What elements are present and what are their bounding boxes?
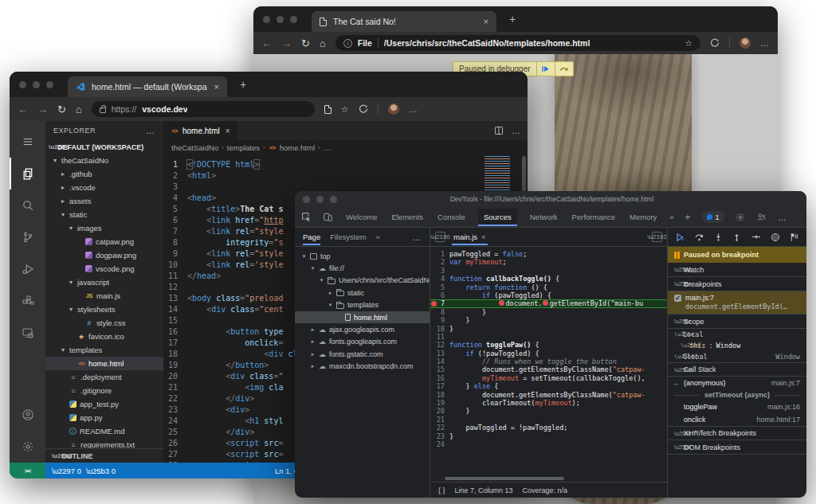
callstack-frame[interactable]: togglePawmain.js:16 bbox=[668, 400, 806, 413]
tree-item-templates[interactable]: ▾templates bbox=[45, 343, 163, 357]
tree-item-stylesheets[interactable]: ▾stylesheets bbox=[45, 303, 163, 316]
navigator-item-users-chris-src-thecatsaidno[interactable]: ▾Users/chris/src/theCatSaidNo bbox=[295, 275, 430, 287]
minimap[interactable] bbox=[483, 156, 520, 193]
line-number[interactable]: 22 bbox=[430, 424, 449, 432]
tree-item-javascript[interactable]: ▾javascript bbox=[45, 275, 163, 289]
xhr-breakpoints-section-header[interactable]: \u25b8XHR/fetch Breakpoints bbox=[668, 426, 806, 440]
line-number[interactable]: 8 bbox=[430, 308, 449, 316]
settings-gear-icon[interactable] bbox=[10, 431, 45, 463]
favorite-icon[interactable]: ☆ bbox=[341, 104, 349, 115]
devtools-tab-sources[interactable]: Sources bbox=[478, 209, 517, 225]
tree-item-catpaw-png[interactable]: catpaw.png bbox=[45, 235, 163, 248]
navigator-item-fonts-googleapis-com[interactable]: ▸☁fonts.googleapis.com bbox=[295, 336, 430, 348]
people-icon[interactable] bbox=[756, 213, 767, 222]
line-number[interactable]: 20 bbox=[430, 407, 449, 415]
tree-item--gitignore[interactable]: ≡.gitignore bbox=[45, 384, 163, 397]
line-number[interactable]: 5 bbox=[430, 283, 449, 291]
reload-icon[interactable]: ↻ bbox=[301, 37, 310, 49]
profile-avatar[interactable] bbox=[388, 104, 399, 115]
line-number[interactable]: 4 bbox=[430, 275, 449, 283]
navigator-tab-filesystem[interactable]: Filesystem bbox=[330, 229, 366, 244]
braces-icon[interactable]: { } bbox=[438, 486, 445, 494]
devtools-menu-icon[interactable]: … bbox=[778, 213, 787, 222]
breakpoint-checkbox[interactable]: ✓ bbox=[674, 295, 681, 302]
tree-item-requirements-txt[interactable]: ≡requirements.txt bbox=[45, 438, 163, 448]
address-bar[interactable]: https:// vscode.dev bbox=[92, 101, 315, 117]
callstack-frame[interactable]: onclickhome.html:17 bbox=[668, 413, 806, 426]
accounts-icon[interactable] bbox=[10, 399, 45, 431]
navigator-item-ajax-googleapis-com[interactable]: ▸☁ajax.googleapis.com bbox=[295, 323, 430, 335]
vscode-browser-tab[interactable]: home.html — default (Workspa × bbox=[68, 76, 227, 97]
home-icon[interactable]: ⌂ bbox=[320, 37, 326, 49]
search-icon[interactable] bbox=[10, 189, 45, 221]
more-tabs-icon[interactable]: » bbox=[669, 213, 673, 221]
explorer-actions-icon[interactable]: … bbox=[146, 126, 155, 135]
tree-item-home-html[interactable]: <>home.html bbox=[45, 357, 163, 370]
devtools-tab-network[interactable]: Network bbox=[528, 209, 559, 225]
collections-icon[interactable] bbox=[710, 38, 720, 48]
line-number[interactable]: 23 bbox=[430, 432, 449, 440]
scope-section-header[interactable]: \u25beScope bbox=[668, 315, 806, 329]
line-number[interactable]: 15 bbox=[430, 365, 449, 373]
source-code[interactable]: 1pawToggled = false;2var myTimeout;34fun… bbox=[430, 247, 667, 475]
line-number[interactable]: 7 bbox=[430, 299, 449, 307]
breadcrumb-item[interactable]: … bbox=[324, 143, 332, 152]
source-control-icon[interactable] bbox=[10, 221, 45, 253]
tab-close-icon[interactable]: × bbox=[214, 82, 219, 92]
devtools-tab-welcome[interactable]: Welcome bbox=[344, 209, 379, 225]
tree-item-assets[interactable]: ▸assets bbox=[45, 194, 163, 208]
tree-item-thecatsaidno[interactable]: ▾theCatSaidNo bbox=[45, 154, 163, 167]
new-tab-button[interactable]: + bbox=[240, 78, 246, 91]
devtools-settings-icon[interactable] bbox=[736, 213, 745, 222]
tree-item-style-css[interactable]: #style.css bbox=[45, 316, 163, 330]
tab-close-icon[interactable]: × bbox=[484, 17, 488, 26]
hide-navigator-icon[interactable]: \u2190 bbox=[435, 232, 445, 242]
callstack-frame[interactable]: →(anonymous)main.js:7 bbox=[668, 377, 806, 389]
favorite-icon[interactable]: ☆ bbox=[685, 38, 692, 49]
back-icon[interactable]: ← bbox=[18, 104, 28, 115]
breadcrumb-item[interactable]: theCatSaidNo bbox=[171, 143, 218, 152]
remote-indicator[interactable]: >< bbox=[10, 463, 45, 479]
breakpoint-dot-icon[interactable] bbox=[431, 301, 437, 307]
line-number[interactable]: 21 bbox=[430, 416, 449, 424]
navigator-item-static[interactable]: ▸static bbox=[295, 287, 430, 299]
breadcrumb-item[interactable]: templates bbox=[227, 143, 260, 152]
tree-item-main-js[interactable]: JSmain.js bbox=[45, 289, 163, 303]
tree-item-app-py[interactable]: app.py bbox=[45, 411, 163, 424]
line-number[interactable]: 10 bbox=[430, 325, 449, 333]
tree-item--deployment[interactable]: ≡.deployment bbox=[45, 370, 163, 384]
window-controls[interactable] bbox=[19, 81, 53, 88]
editor-scrollbar[interactable] bbox=[522, 156, 526, 191]
step-into-icon[interactable] bbox=[714, 232, 723, 242]
line-number[interactable]: 9 bbox=[430, 316, 449, 324]
tree-item--github[interactable]: ▸.github bbox=[45, 167, 163, 181]
navigator-item-maxcdn-bootstrapcdn-com[interactable]: ▸☁maxcdn.bootstrapcdn.com bbox=[295, 361, 430, 373]
pause-on-exceptions-icon[interactable] bbox=[790, 232, 799, 242]
navigator-item-fonts-gstatic-com[interactable]: ▸☁fonts.gstatic.com bbox=[295, 348, 430, 360]
forward-icon[interactable]: → bbox=[281, 37, 292, 49]
line-number[interactable]: 19 bbox=[430, 399, 449, 407]
breadcrumb[interactable]: theCatSaidNo›templates›<>home.html›… bbox=[163, 140, 528, 154]
inspect-element-icon[interactable] bbox=[301, 212, 312, 222]
breadcrumb-item[interactable]: home.html bbox=[280, 143, 315, 152]
forward-icon[interactable]: → bbox=[37, 104, 48, 115]
outline-section-header[interactable]: \u25b8 OUTLINE bbox=[45, 448, 163, 463]
device-toolbar-icon[interactable] bbox=[323, 212, 333, 222]
address-bar[interactable]: i File /Users/chris/src/theCatSaidNo/tem… bbox=[335, 35, 700, 51]
inline-breakpoint-dot-icon[interactable] bbox=[499, 300, 504, 306]
editor-tab-home-html[interactable]: <> home.html × bbox=[163, 121, 238, 140]
menu-icon[interactable] bbox=[10, 126, 45, 158]
add-panel-icon[interactable]: + bbox=[685, 212, 691, 223]
tree-item--vscode[interactable]: ▸.vscode bbox=[45, 181, 163, 194]
browser-menu-icon[interactable]: … bbox=[409, 104, 418, 114]
back-icon[interactable]: ← bbox=[261, 37, 272, 49]
line-number[interactable]: 16 bbox=[430, 374, 449, 382]
debugger-step-over-button[interactable] bbox=[555, 62, 573, 76]
navigator-item-home-html[interactable]: home.html bbox=[295, 311, 430, 323]
tab-close-icon[interactable]: × bbox=[481, 232, 486, 241]
site-info-icon[interactable]: i bbox=[343, 39, 352, 48]
new-tab-button[interactable]: + bbox=[509, 13, 516, 25]
hide-debugger-icon[interactable]: \u2192 bbox=[652, 232, 662, 242]
tab-close-icon[interactable]: × bbox=[226, 127, 230, 135]
browser-tab[interactable]: The Cat said No! × bbox=[312, 11, 496, 32]
